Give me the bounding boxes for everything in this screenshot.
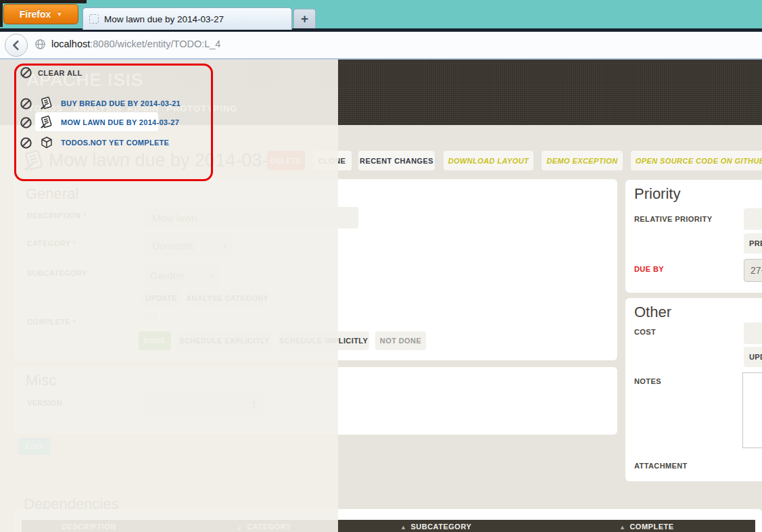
browser-tab[interactable]: Mow lawn due by 2014-03-27	[82, 7, 292, 30]
notes-label: NOTES	[634, 377, 661, 385]
remove-bookmark-icon[interactable]	[20, 137, 32, 149]
cost-label: COST	[634, 328, 656, 336]
due-by-label: DUE BY	[634, 265, 664, 273]
column-header-subcategory[interactable]: ▲SUBCATEGORY	[400, 523, 471, 531]
globe-icon	[34, 39, 46, 53]
new-tab-button[interactable]: +	[293, 9, 316, 28]
url-path: :8080/wicket/entity/TODO:L_4	[90, 39, 220, 49]
bookmark-link[interactable]: TODOS.NOT YET COMPLETE	[61, 139, 169, 147]
window-frame-edge	[0, 0, 87, 3]
attachment-label: ATTACHMENT	[634, 462, 688, 470]
no-entry-icon	[20, 66, 32, 79]
screen: APACHE ISIS TODOS ANALYSIS ADMIN PROTOTY…	[0, 0, 762, 532]
other-panel	[625, 298, 762, 481]
clear-all-bookmarks[interactable]: CLEAR ALL	[20, 66, 82, 79]
url-host: localhost	[51, 39, 90, 49]
remove-bookmark-icon[interactable]	[20, 116, 32, 129]
other-heading: Other	[634, 304, 671, 321]
sort-arrow-icon: ▲	[400, 524, 406, 531]
collection-cube-icon	[40, 136, 53, 149]
back-button[interactable]	[5, 34, 28, 57]
window-frame-edge	[0, 0, 3, 27]
previous-button[interactable]: PRE	[744, 233, 762, 253]
clear-all-label: CLEAR ALL	[38, 69, 82, 77]
bookmark-item-current[interactable]: MOW LAWN DUE BY 2014-03-27	[20, 115, 179, 130]
relative-priority-label: RELATIVE PRIORITY	[634, 215, 712, 223]
firefox-menu-button[interactable]: Firefox▼	[3, 4, 78, 24]
open-source-button[interactable]: OPEN SOURCE CODE ON GITHUB	[631, 151, 762, 170]
update-cost-button[interactable]: UPD	[744, 347, 762, 367]
not-done-button[interactable]: NOT DONE	[375, 331, 426, 350]
bookmark-link[interactable]: BUY BREAD DUE BY 2014-03-21	[61, 99, 181, 107]
column-header-complete[interactable]: ▲COMPLETE	[619, 523, 674, 531]
recent-changes-button[interactable]: RECENT CHANGES	[358, 151, 435, 170]
bookmark-item[interactable]: TODOS.NOT YET COMPLETE	[20, 136, 169, 149]
priority-heading: Priority	[634, 185, 680, 203]
bookmark-item[interactable]: BUY BREAD DUE BY 2014-03-21	[20, 96, 181, 111]
toolbar-border	[0, 58, 762, 59]
todo-item-icon	[39, 96, 54, 111]
tab-favicon-placeholder-icon	[89, 14, 99, 24]
bookmark-link[interactable]: MOW LAWN DUE BY 2014-03-27	[61, 118, 179, 126]
todo-item-icon	[39, 115, 54, 130]
cost-field	[744, 322, 762, 344]
notes-textarea[interactable]	[742, 372, 762, 448]
sort-arrow-icon: ▲	[619, 524, 625, 531]
url-bar[interactable]: localhost:8080/wicket/entity/TODO:L_4	[51, 39, 220, 49]
chevron-down-icon: ▼	[56, 11, 62, 18]
demo-exception-button[interactable]: DEMO EXCEPTION	[542, 151, 623, 170]
back-arrow-icon	[10, 39, 22, 51]
due-by-field[interactable]: 27-0	[744, 259, 762, 282]
tab-title: Mow lawn due by 2014-03-27	[104, 14, 224, 24]
download-layout-button[interactable]: DOWNLOAD LAYOUT	[444, 151, 533, 170]
remove-bookmark-icon[interactable]	[20, 97, 32, 110]
relative-priority-field	[744, 208, 762, 230]
